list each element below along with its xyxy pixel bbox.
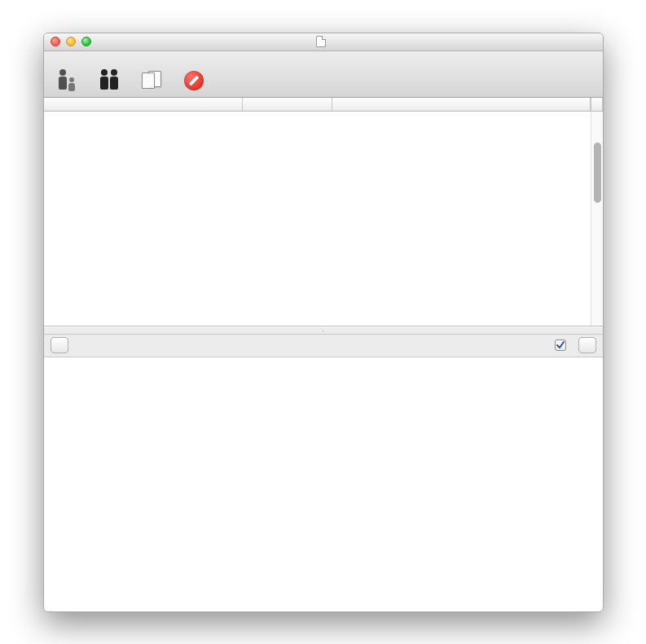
column-header-value[interactable] — [332, 98, 591, 111]
new-child-button[interactable] — [47, 68, 86, 94]
minimize-window-button[interactable] — [66, 37, 76, 46]
auto-sync-checkbox[interactable] — [555, 340, 566, 351]
check-icon — [556, 340, 565, 350]
text-pane[interactable] — [44, 357, 603, 611]
sync-text-button[interactable] — [578, 337, 596, 353]
delete-button[interactable] — [174, 68, 213, 94]
new-sibling-button[interactable] — [90, 68, 129, 94]
pane-splitter[interactable]: · — [44, 326, 603, 335]
new-sibling-icon — [100, 68, 118, 93]
zoom-window-button[interactable] — [81, 37, 91, 46]
new-child-icon — [59, 68, 75, 93]
traffic-lights — [44, 37, 91, 46]
toolbar — [44, 51, 603, 98]
document-icon — [316, 36, 326, 47]
window-title — [44, 36, 603, 47]
sync-outline-button[interactable] — [51, 337, 68, 353]
column-header-scroller — [591, 98, 603, 111]
scrollbar-thumb[interactable] — [594, 142, 601, 203]
delete-icon — [184, 68, 204, 93]
duplicate-icon — [140, 68, 163, 93]
column-header-key[interactable] — [44, 98, 243, 111]
sync-bar — [44, 335, 603, 357]
vertical-scrollbar[interactable] — [591, 112, 603, 326]
titlebar — [44, 33, 603, 51]
table-header — [44, 98, 603, 112]
window: · — [43, 33, 604, 612]
table — [44, 112, 603, 326]
duplicate-button[interactable] — [132, 68, 171, 94]
column-header-class[interactable] — [243, 98, 332, 111]
close-window-button[interactable] — [51, 37, 60, 46]
